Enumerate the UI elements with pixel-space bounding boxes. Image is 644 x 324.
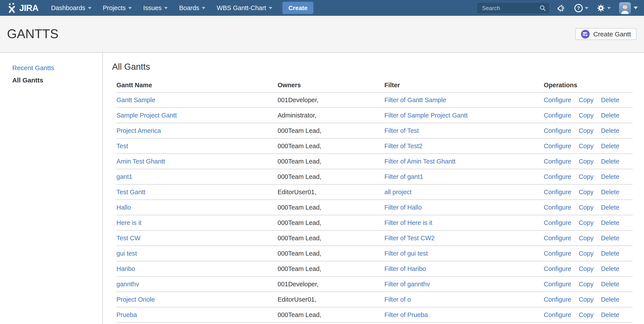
- filter-link[interactable]: Filter of gui test: [384, 250, 428, 257]
- delete-link[interactable]: Delete: [601, 142, 619, 149]
- copy-link[interactable]: Copy: [579, 204, 594, 211]
- configure-link[interactable]: Configure: [544, 158, 571, 165]
- gantt-name-link[interactable]: gui test: [116, 250, 137, 257]
- sidebar-item-recent-gantts[interactable]: Recent Gantts: [12, 64, 102, 72]
- copy-link[interactable]: Copy: [579, 112, 594, 119]
- copy-link[interactable]: Copy: [579, 96, 594, 103]
- delete-link[interactable]: Delete: [601, 281, 619, 288]
- delete-link[interactable]: Delete: [601, 235, 619, 242]
- gantt-name-link[interactable]: Amin Test Ghantt: [116, 158, 165, 165]
- copy-link[interactable]: Copy: [579, 173, 594, 180]
- gantt-name-link[interactable]: Haribo: [116, 265, 135, 272]
- delete-link[interactable]: Delete: [601, 311, 619, 318]
- nav-item-boards[interactable]: Boards: [173, 0, 211, 16]
- feedback-megaphone-icon[interactable]: [557, 3, 566, 13]
- gantt-name-link[interactable]: Project America: [116, 127, 161, 134]
- filter-link[interactable]: Filter of Sample Project Gantt: [384, 112, 468, 119]
- delete-link[interactable]: Delete: [601, 204, 619, 211]
- copy-link[interactable]: Copy: [579, 219, 594, 226]
- gantt-name-link[interactable]: Project Oriole: [116, 296, 155, 303]
- create-button[interactable]: Create: [282, 2, 314, 14]
- help-menu[interactable]: ?: [574, 4, 588, 12]
- gantt-table-body: Gantt Sample 001Developer, Filter of Gan…: [116, 92, 632, 322]
- owner-cell: 000Team Lead,: [278, 169, 384, 184]
- configure-link[interactable]: Configure: [544, 281, 571, 288]
- gantt-name-link[interactable]: Here is it: [116, 219, 142, 226]
- table-row: gant1 000Team Lead, Filter of gant1 Conf…: [116, 169, 632, 184]
- copy-link[interactable]: Copy: [579, 250, 594, 257]
- copy-link[interactable]: Copy: [579, 265, 594, 272]
- configure-link[interactable]: Configure: [544, 96, 571, 103]
- filter-link[interactable]: all project: [384, 189, 412, 196]
- gantt-name-link[interactable]: Test: [116, 142, 128, 149]
- filter-link[interactable]: Filter of Here is it: [384, 219, 432, 226]
- filter-link[interactable]: Filter of Hallo: [384, 204, 422, 211]
- nav-item-projects[interactable]: Projects: [97, 0, 138, 16]
- delete-link[interactable]: Delete: [601, 250, 619, 257]
- filter-link[interactable]: Filter of o: [384, 296, 411, 303]
- filter-link[interactable]: Filter of Prueba: [384, 311, 428, 318]
- operations-cell: ConfigureCopyDelete: [544, 230, 632, 246]
- copy-link[interactable]: Copy: [579, 189, 594, 196]
- filter-link[interactable]: Filter of Test: [384, 127, 419, 134]
- jira-logo[interactable]: JIRA: [6, 2, 38, 14]
- search-icon[interactable]: [539, 5, 546, 13]
- gantt-name-link[interactable]: Gantt Sample: [116, 96, 155, 103]
- configure-link[interactable]: Configure: [544, 235, 571, 242]
- delete-link[interactable]: Delete: [601, 173, 619, 180]
- filter-link[interactable]: Filter of Test CW2: [384, 235, 435, 242]
- filter-link[interactable]: Filter of Test2: [384, 142, 422, 149]
- configure-link[interactable]: Configure: [544, 250, 571, 257]
- search-box: [477, 3, 549, 13]
- configure-link[interactable]: Configure: [544, 142, 571, 149]
- owner-cell: 001Developer,: [278, 92, 384, 108]
- nav-item-dashboards[interactable]: Dashboards: [45, 0, 97, 16]
- delete-link[interactable]: Delete: [601, 127, 619, 134]
- filter-link[interactable]: Filter of Amin Test Ghantt: [384, 158, 456, 165]
- gantt-name-link[interactable]: Sample Project Gantt: [116, 112, 177, 119]
- search-input[interactable]: [477, 3, 549, 13]
- user-menu[interactable]: [619, 2, 638, 14]
- filter-link[interactable]: Filter of Haribo: [384, 265, 426, 272]
- create-gantt-button[interactable]: Create Gantt: [575, 28, 636, 40]
- copy-link[interactable]: Copy: [579, 281, 594, 288]
- nav-item-issues[interactable]: Issues: [138, 0, 173, 16]
- configure-link[interactable]: Configure: [544, 204, 571, 211]
- copy-link[interactable]: Copy: [579, 127, 594, 134]
- configure-link[interactable]: Configure: [544, 219, 571, 226]
- configure-link[interactable]: Configure: [544, 173, 571, 180]
- sidebar-item-all-gantts[interactable]: All Gantts: [12, 76, 102, 85]
- filter-link[interactable]: Filter of gannthv: [384, 281, 430, 288]
- delete-link[interactable]: Delete: [601, 96, 619, 103]
- delete-link[interactable]: Delete: [601, 112, 619, 119]
- configure-link[interactable]: Configure: [544, 189, 571, 196]
- table-row: Amin Test Ghantt 000Team Lead, Filter of…: [116, 154, 632, 169]
- filter-link[interactable]: Filter of Gantt Sample: [384, 96, 446, 103]
- copy-link[interactable]: Copy: [579, 311, 594, 318]
- delete-link[interactable]: Delete: [601, 296, 619, 303]
- gantt-name-link[interactable]: gannthv: [116, 281, 139, 288]
- gantt-name-link[interactable]: Hallo: [116, 204, 131, 211]
- nav-item-wbs-gantt-chart[interactable]: WBS Gantt-Chart: [211, 0, 278, 16]
- gantt-name-link[interactable]: Test Gantt: [116, 189, 145, 196]
- filter-link[interactable]: Filter of gant1: [384, 173, 423, 180]
- content-area: Recent GanttsAll Gantts All Gantts Gantt…: [0, 53, 644, 324]
- configure-link[interactable]: Configure: [544, 311, 571, 318]
- configure-link[interactable]: Configure: [544, 112, 571, 119]
- admin-menu[interactable]: [597, 4, 611, 12]
- delete-link[interactable]: Delete: [601, 158, 619, 165]
- copy-link[interactable]: Copy: [579, 142, 594, 149]
- gantt-name-link[interactable]: gant1: [116, 173, 132, 180]
- delete-link[interactable]: Delete: [601, 189, 619, 196]
- configure-link[interactable]: Configure: [544, 265, 571, 272]
- copy-link[interactable]: Copy: [579, 235, 594, 242]
- gantt-name-link[interactable]: Test CW: [116, 235, 140, 242]
- owner-cell: 001Developer,: [278, 276, 384, 292]
- copy-link[interactable]: Copy: [579, 158, 594, 165]
- configure-link[interactable]: Configure: [544, 296, 571, 303]
- copy-link[interactable]: Copy: [579, 296, 594, 303]
- gantt-name-link[interactable]: Prueba: [116, 311, 137, 318]
- delete-link[interactable]: Delete: [601, 265, 619, 272]
- delete-link[interactable]: Delete: [601, 219, 619, 226]
- configure-link[interactable]: Configure: [544, 127, 571, 134]
